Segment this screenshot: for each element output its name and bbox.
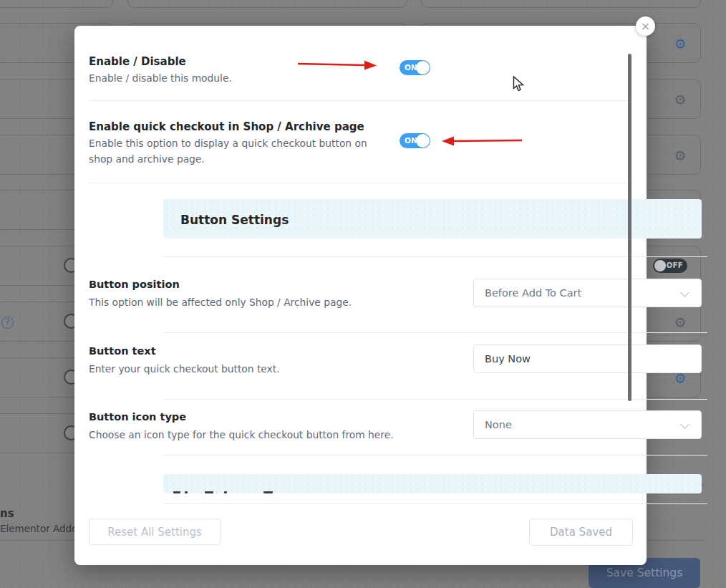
chevron-down-icon: [680, 288, 689, 297]
data-saved-button[interactable]: Data Saved: [529, 519, 633, 546]
setting-description: Enable / disable this module.: [89, 70, 389, 86]
field-description: Choose an icon type for the quick checko…: [89, 427, 404, 443]
enable-module-toggle[interactable]: ON: [400, 60, 430, 75]
mouse-cursor: [513, 76, 525, 92]
clipped-title-fragment: [205, 491, 213, 493]
button-icon-type-select[interactable]: None: [473, 410, 702, 439]
setting-title: Enable quick checkout in Shop / Archive …: [89, 120, 364, 133]
button-position-select[interactable]: Before Add To Cart: [473, 279, 702, 307]
setting-description: Enable this option to display a quick ch…: [89, 135, 384, 167]
divider: [163, 399, 707, 400]
clipped-section-header: [163, 474, 702, 493]
modules-settings-page: ⚙ ⚙ ⚙ ⚙ ⚙ OFF OFF ? ns Elementor Addon S…: [0, 0, 726, 588]
field-label: Button text: [89, 345, 156, 357]
button-text-input[interactable]: [473, 344, 702, 373]
selected-value: None: [485, 411, 512, 438]
module-off-toggle[interactable]: OFF: [653, 259, 687, 273]
module-card: [421, 0, 701, 8]
modal-scrollbar[interactable]: [628, 54, 631, 401]
field-label: Button position: [89, 279, 180, 290]
module-settings-gear-icon[interactable]: ⚙: [672, 36, 688, 52]
clipped-title-fragment: [263, 491, 273, 493]
quick-checkout-shop-toggle[interactable]: ON: [400, 133, 430, 148]
section-title: Button Settings: [180, 213, 289, 227]
divider: [89, 100, 633, 101]
module-settings-gear-icon[interactable]: ⚙: [672, 314, 688, 330]
help-icon[interactable]: ?: [1, 317, 14, 329]
close-button[interactable]: ×: [636, 16, 655, 36]
field-description: Enter your quick checkout button text.: [89, 361, 389, 377]
field-description: This option will be affected only Shop /…: [89, 294, 389, 310]
toggle-knob: [416, 61, 430, 74]
clipped-title-fragment: [224, 491, 227, 493]
selected-value: Before Add To Cart: [485, 279, 581, 307]
annotation-arrow-right-icon: [296, 59, 378, 71]
section-header: Button Settings: [163, 199, 702, 238]
module-settings-gear-icon[interactable]: ⚙: [672, 92, 688, 107]
chevron-down-icon: [680, 420, 689, 429]
addons-heading-fragment: ns: [0, 507, 14, 520]
module-settings-modal: Enable / Disable Enable / disable this m…: [74, 26, 647, 565]
setting-title: Enable / Disable: [89, 55, 186, 68]
module-card: [0, 0, 113, 8]
divider: [163, 503, 707, 504]
close-icon: ×: [641, 19, 650, 33]
divider: [163, 332, 707, 333]
module-settings-gear-icon[interactable]: ⚙: [672, 148, 688, 163]
reset-all-settings-button[interactable]: Reset All Settings: [89, 519, 221, 545]
field-label: Button icon type: [89, 411, 186, 423]
elementor-addon-fragment: Elementor Addon: [0, 523, 84, 534]
clipped-title-fragment: [173, 491, 180, 493]
annotation-arrow-left-icon: [442, 135, 523, 147]
toggle-knob: [654, 260, 666, 271]
clipped-title-fragment: [185, 491, 188, 493]
divider: [163, 455, 707, 456]
module-card: [127, 0, 407, 8]
toggle-knob: [416, 134, 430, 148]
divider: [163, 256, 707, 257]
toggle-state-label: OFF: [667, 259, 683, 273]
divider: [89, 183, 633, 183]
